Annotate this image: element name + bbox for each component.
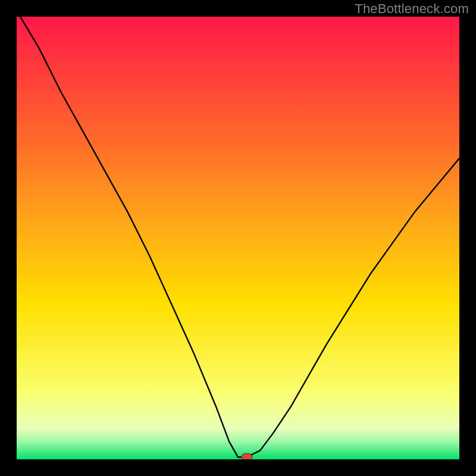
plot-area: [17, 17, 459, 459]
gradient-background: [17, 17, 459, 459]
watermark-text: TheBottleneck.com: [355, 1, 469, 17]
optimal-point-marker: [242, 453, 252, 459]
bottleneck-curve-chart: [17, 17, 459, 459]
chart-container: TheBottleneck.com: [0, 0, 476, 476]
